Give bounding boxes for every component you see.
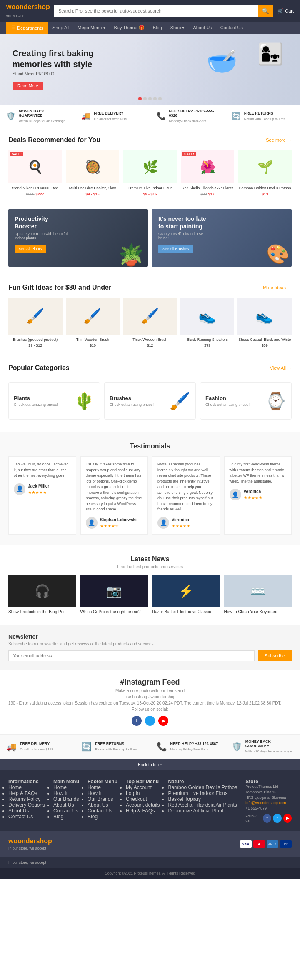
footer-footer-home[interactable]: Home [88,785,118,790]
nav-shop-all[interactable]: Shop All [48,22,73,34]
gift-image-2[interactable]: 🖌️ [66,298,120,335]
testimonial-text-2: Usually, it takes some time to properly … [86,462,143,512]
search-input[interactable] [54,5,258,17]
category-plants[interactable]: Plants Check out amazing prices! 🌵 [8,382,100,420]
footer-store-address2: Tomanova Plac 15 [245,790,292,794]
footer-feat-title-4: MONEY BACK GUARANTEE [245,740,294,748]
dot-5[interactable] [158,97,162,100]
footer-link-faqs[interactable]: Help & FAQs [8,790,45,796]
footer-main-contact[interactable]: Contact Us [53,808,79,814]
instagram-section: #Instagram Feed Make a cute photo with o… [0,670,300,734]
footer-store-email[interactable]: info@woondershop.com [245,801,286,805]
news-image-4[interactable]: ⌨️ [224,575,292,607]
footer-topbar-details[interactable]: Account details [126,802,160,808]
back-to-top-button[interactable]: Back to top ↑ [0,759,300,770]
product-image-5[interactable]: 🌱 [238,150,292,183]
nav-shop[interactable]: Shop ▾ [166,22,189,34]
footer-youtube-button[interactable]: ▶ [283,814,292,823]
footer-main-how[interactable]: How It [53,790,79,796]
gift-price-2: $10 [66,343,120,348]
footer-link-delivery[interactable]: Delivery Options [8,802,45,808]
hero-text: Creating first baking memories with styl… [12,48,96,90]
nav-about[interactable]: About Us [189,22,216,34]
footer-col-title-2: Main Menu [53,779,79,785]
footer-logo-text: woondershop [8,838,52,845]
footer-main-about[interactable]: About Us [53,802,79,808]
gift-price-4: $79 [180,343,235,348]
dot-3[interactable] [148,97,152,100]
product-name-3: Premium Live Indoor Ficus [123,186,177,191]
footer-link-home[interactable]: Home [8,785,45,790]
footer-topbar-login[interactable]: Log In [126,790,160,796]
news-image-2[interactable]: 📷 [80,575,148,607]
categories-title: Popular Categories [8,364,70,372]
news-image-1[interactable]: 🎧 [8,575,76,607]
cart-button[interactable]: 🛒 Cart [278,8,294,14]
footer-link-contact[interactable]: Contact Us [8,814,45,820]
gifts-more[interactable]: More Ideas → [263,285,292,290]
footer-nature-3[interactable]: Basket Topiary [168,796,237,802]
product-image-2[interactable]: 🥘 [66,150,119,183]
gift-image-3[interactable]: 🖌️ [123,298,177,335]
gift-image-4[interactable]: 👟 [180,298,235,335]
deals-see-more[interactable]: See more → [266,138,292,142]
main-navigation: ☰ Departments Shop All Mega Menu ▾ Buy T… [0,22,300,34]
categories-view-all[interactable]: View All → [270,365,292,370]
author-avatar-3: 👤 [158,517,169,529]
dot-1[interactable] [138,97,142,100]
footer-feat-guarantee: 🛡️ MONEY BACK GUARANTEEWithin 30 days fo… [225,735,300,759]
newsletter-email-input[interactable] [8,650,255,661]
footer-footer-contact[interactable]: Contact Us [88,808,118,814]
footer-topbar-faqs[interactable]: Help & FAQs [126,808,160,814]
footer-main-home[interactable]: Home [53,785,79,790]
product-image-4[interactable]: SALE! 🌺 [181,150,234,183]
gift-card-4: 👟 Black Running Sneakers $79 [180,298,235,348]
footer-feat-returns: 🔄 FREE RETURNSReturn with Ease up to Fre… [75,735,150,759]
footer-twitter-button[interactable]: t [273,814,281,823]
search-button[interactable]: 🔍 [258,5,273,17]
payment-mastercard: ● [253,840,265,848]
footer-facebook-button[interactable]: f [263,814,271,823]
footer-main-brands[interactable]: Our Brands [53,796,79,802]
nav-blog[interactable]: Blog [149,22,166,34]
footer-nature-4[interactable]: Red Abelia Tillandsia Air Plants [168,802,237,808]
hero-cta-button[interactable]: Read More [12,82,43,90]
painting-icon: 🎨 [266,243,290,265]
footer-footer-blog[interactable]: Blog [88,814,118,820]
feature-title-1: MONEY BACK GUARANTEE [19,109,68,118]
news-image-3[interactable]: ⚡ [152,575,220,607]
gift-image-1[interactable]: 🖌️ [8,298,62,335]
newsletter-subscribe-button[interactable]: Subscribe [258,650,292,661]
promo-btn-plants[interactable]: See All Plants [15,245,46,252]
phone-icon: 📞 [157,112,166,121]
category-brushes[interactable]: Brushes Check out amazing prices! 🖌️ [104,382,196,420]
promo-btn-brushes[interactable]: See All Brushes [158,245,193,252]
category-fashion[interactable]: Fashion Check out amazing prices! ⌚ [200,382,292,420]
footer-link-about[interactable]: About Us [8,808,45,814]
footer-main-blog[interactable]: Blog [53,814,79,820]
category-plants-icon: 🌵 [74,391,95,411]
facebook-button[interactable]: f [132,716,142,726]
nav-buy-theme[interactable]: Buy Theme 🎁 [110,22,149,34]
dot-4[interactable] [153,97,157,100]
product-image-3[interactable]: 🌿 [123,150,177,183]
youtube-button[interactable]: ▶ [158,716,168,726]
testimonial-text-3: ProteusThemes produces incredibly though… [158,462,215,512]
twitter-button[interactable]: t [145,716,155,726]
footer-nature-1[interactable]: Bamboo Golden Devil's Pothos [168,785,237,790]
product-image-1[interactable]: SALE! 🍳 [8,150,62,183]
footer-footer-how[interactable]: How It [88,790,118,796]
footer-nature-5[interactable]: Decorative Artificial Plant [168,808,237,814]
footer-link-returns[interactable]: Returns Policy [8,796,45,802]
footer-nature-2[interactable]: Premium Live Indoor Ficus [168,790,237,796]
footer-footer-about[interactable]: About Us [88,802,118,808]
author-stars-1: ★★★★★ [28,489,49,495]
departments-button[interactable]: ☰ Departments [6,22,48,34]
footer-footer-brands[interactable]: Our Brands [88,796,118,802]
nav-contact[interactable]: Contact Us [216,22,247,34]
footer-topbar-account[interactable]: My Account [126,785,160,790]
dot-2[interactable] [143,97,147,100]
nav-mega-menu[interactable]: Mega Menu ▾ [73,22,110,34]
footer-topbar-checkout[interactable]: Checkout [126,796,160,802]
gift-image-5[interactable]: 👟 [238,298,292,335]
